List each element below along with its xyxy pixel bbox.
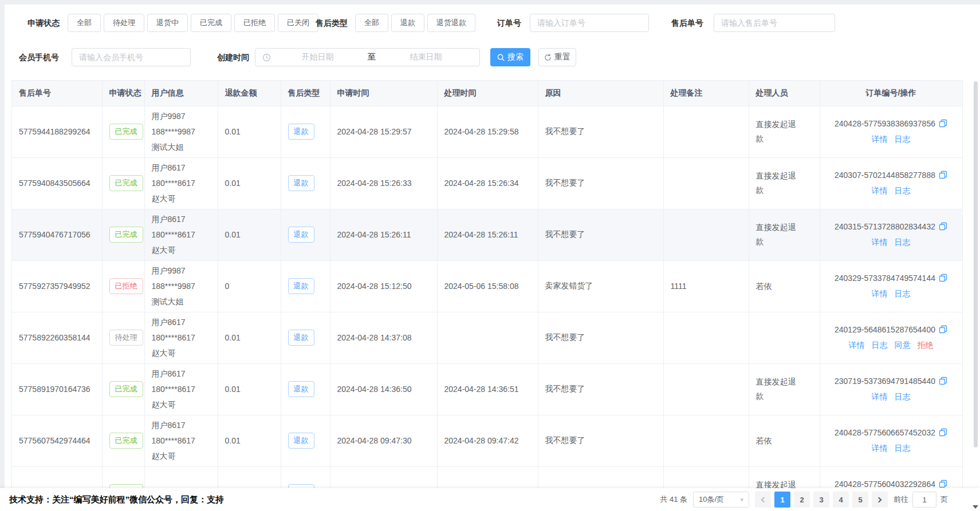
action-link-详情[interactable]: 详情 bbox=[872, 186, 888, 196]
copy-icon[interactable] bbox=[939, 172, 947, 181]
search-button[interactable]: 搜索 bbox=[490, 48, 530, 66]
type-cell: 退款 bbox=[281, 312, 330, 363]
status-option-4[interactable]: 已拒绝 bbox=[234, 14, 275, 32]
end-date-placeholder[interactable]: 结束日期 bbox=[379, 52, 473, 62]
copy-icon[interactable] bbox=[939, 120, 947, 129]
order-no-text: 240315-5713728802834432 bbox=[835, 222, 935, 231]
apply-time-cell: 2024-04-28 15:26:33 bbox=[330, 157, 437, 209]
action-link-日志[interactable]: 日志 bbox=[895, 237, 911, 248]
order-op-cell: 240129-5648615287654400 详情日志同意拒绝 bbox=[820, 312, 962, 363]
status-option-0[interactable]: 全部 bbox=[68, 14, 101, 32]
type-option-2[interactable]: 退货退款 bbox=[427, 14, 475, 32]
status-option-2[interactable]: 退货中 bbox=[147, 14, 188, 32]
action-link-日志[interactable]: 日志 bbox=[895, 392, 911, 402]
status-option-1[interactable]: 待处理 bbox=[104, 14, 144, 32]
page-size-select[interactable]: 10条/页 ▾ bbox=[693, 492, 749, 508]
user-info-cell: 用户8617 bbox=[144, 466, 218, 488]
page-size-value: 10条/页 bbox=[699, 494, 724, 505]
scrollbar-thumb[interactable] bbox=[974, 81, 978, 447]
user-info-cell: 用户9987188****9987测试大姐 bbox=[144, 260, 218, 312]
action-link-详情[interactable]: 详情 bbox=[872, 289, 888, 299]
handle-time-cell bbox=[437, 312, 538, 363]
type-option-0[interactable]: 全部 bbox=[355, 14, 388, 32]
refund-amount-cell bbox=[218, 466, 281, 488]
refund-amount-cell: 0.01 bbox=[218, 106, 281, 157]
order-op-cell: 240329-5733784749574144 详情日志 bbox=[820, 260, 962, 312]
jump-page-input[interactable] bbox=[912, 492, 936, 508]
next-page-button[interactable] bbox=[872, 492, 888, 508]
table-row: 5775940476717056 已完成 用户8617180****8617赵大… bbox=[12, 209, 962, 260]
type-cell: 退款 bbox=[281, 363, 330, 415]
prev-page-button[interactable] bbox=[755, 492, 771, 508]
copy-icon[interactable] bbox=[939, 429, 947, 438]
order-op-cell: 240428-5775938386937856 详情日志 bbox=[820, 106, 962, 157]
start-date-placeholder[interactable]: 开始日期 bbox=[271, 52, 364, 62]
type-cell: 退款 bbox=[281, 415, 330, 466]
status-filter-group: 全部待处理退货中已完成已拒绝已关闭 bbox=[68, 14, 318, 32]
action-link-日志[interactable]: 日志 bbox=[872, 340, 888, 351]
copy-icon[interactable] bbox=[939, 223, 947, 232]
remark-cell bbox=[663, 157, 749, 209]
type-cell: 退款 bbox=[281, 466, 330, 488]
page-button-2[interactable]: 2 bbox=[794, 492, 810, 508]
reason-cell: 我不想要了 bbox=[538, 415, 663, 466]
page-button-3[interactable]: 3 bbox=[813, 492, 829, 508]
status-badge: 已拒绝 bbox=[109, 278, 143, 294]
chevron-left-icon bbox=[761, 497, 767, 502]
copy-icon[interactable] bbox=[939, 481, 947, 489]
reason-cell: 我不想要了 bbox=[538, 106, 663, 157]
type-badge: 退款 bbox=[288, 433, 314, 449]
page-button-5[interactable]: 5 bbox=[852, 492, 868, 508]
table-row: 5775892260358144 待处理 用户8617180****8617赵大… bbox=[12, 312, 962, 363]
column-header-0: 售后单号 bbox=[12, 81, 102, 106]
handle-time-cell: 2024-04-28 09:47:42 bbox=[437, 415, 538, 466]
page-button-4[interactable]: 4 bbox=[833, 492, 849, 508]
copy-icon[interactable] bbox=[939, 326, 947, 335]
search-icon bbox=[497, 54, 505, 61]
order-no-text: 240428-5775938386937856 bbox=[835, 119, 935, 128]
order-no-label: 订单号 bbox=[497, 14, 521, 32]
copy-icon[interactable] bbox=[939, 378, 947, 387]
status-cell: 已完成 bbox=[102, 209, 144, 260]
aftersale-no-cell: 5775927357949952 bbox=[12, 260, 102, 312]
action-link-详情[interactable]: 详情 bbox=[872, 443, 888, 454]
order-no-input[interactable] bbox=[530, 14, 649, 32]
type-cell: 退款 bbox=[281, 260, 330, 312]
type-option-1[interactable]: 退款 bbox=[391, 14, 424, 32]
status-option-5[interactable]: 已关闭 bbox=[278, 14, 318, 32]
apply-time-cell: 2024-04-28 15:12:50 bbox=[330, 260, 437, 312]
table-row: 5775927357949952 已拒绝 用户9987188****9987测试… bbox=[12, 260, 962, 312]
reset-button-label: 重置 bbox=[554, 52, 570, 62]
created-time-range-picker[interactable]: 开始日期 至 结束日期 bbox=[255, 48, 480, 66]
user-info-cell: 用户8617180****8617赵大哥 bbox=[144, 312, 218, 363]
action-link-详情[interactable]: 详情 bbox=[872, 392, 888, 402]
aftersale-no-input[interactable] bbox=[714, 14, 835, 32]
user-info-cell: 用户8617180****8617赵大哥 bbox=[144, 157, 218, 209]
apply-time-cell: 2024-04-28 14:37:08 bbox=[330, 312, 437, 363]
scrollbar-down-arrow[interactable] bbox=[973, 505, 978, 509]
action-link-详情[interactable]: 详情 bbox=[872, 237, 888, 248]
action-link-日志[interactable]: 日志 bbox=[895, 443, 911, 454]
page-button-1[interactable]: 1 bbox=[774, 492, 790, 508]
status-option-3[interactable]: 已完成 bbox=[191, 14, 231, 32]
action-link-日志[interactable]: 日志 bbox=[895, 186, 911, 196]
aftersale-no-cell bbox=[12, 466, 102, 488]
action-link-详情[interactable]: 详情 bbox=[872, 134, 888, 145]
action-link-详情[interactable]: 详情 bbox=[849, 340, 865, 351]
user-info-cell: 用户8617180****8617赵大哥 bbox=[144, 415, 218, 466]
jump-unit-label: 页 bbox=[940, 494, 948, 505]
action-link-拒绝[interactable]: 拒绝 bbox=[918, 340, 934, 351]
action-link-同意[interactable]: 同意 bbox=[895, 340, 911, 351]
order-op-cell: 240428-5775606657452032 详情日志 bbox=[820, 415, 962, 466]
refund-amount-cell: 0.01 bbox=[218, 312, 281, 363]
apply-time-cell: 2024-04-28 15:29:57 bbox=[330, 106, 437, 157]
reason-cell: 我不想要了 bbox=[538, 209, 663, 260]
type-badge: 退款 bbox=[288, 227, 314, 243]
reset-button[interactable]: 重置 bbox=[538, 48, 576, 66]
refund-amount-cell: 0 bbox=[218, 260, 281, 312]
action-link-日志[interactable]: 日志 bbox=[895, 134, 911, 145]
phone-input[interactable] bbox=[72, 48, 191, 66]
status-filter-label: 申请状态 bbox=[27, 14, 60, 32]
action-link-日志[interactable]: 日志 bbox=[895, 289, 911, 299]
copy-icon[interactable] bbox=[939, 275, 947, 284]
